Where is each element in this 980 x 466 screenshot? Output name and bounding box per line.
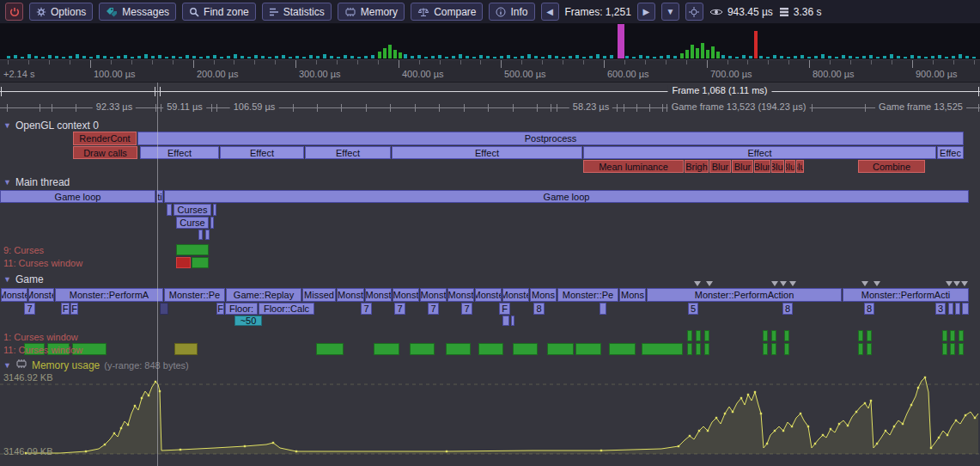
frame-time-bar[interactable] <box>931 56 934 58</box>
frame-time-bar[interactable] <box>773 55 776 58</box>
zone-blur[interactable]: Blur <box>771 160 784 173</box>
frame-time-bar[interactable] <box>411 56 414 58</box>
collapsed-zone-marker-icon[interactable] <box>694 281 701 286</box>
frame-time-bar[interactable] <box>158 55 161 58</box>
zone-5[interactable]: 5 <box>688 303 698 315</box>
collapsed-zone-marker-icon[interactable] <box>861 281 868 286</box>
zone[interactable] <box>942 343 947 355</box>
zone-game-loop[interactable]: Game loop <box>164 190 969 203</box>
frame-time-bar[interactable] <box>424 57 428 58</box>
zone-monster-pe[interactable]: Monster::Pe <box>557 288 618 302</box>
zone-monst[interactable]: Monst <box>420 288 447 302</box>
zone-monste[interactable]: Monste <box>475 288 502 302</box>
subframe-label[interactable]: 92.33 µs <box>93 101 136 112</box>
zone[interactable] <box>513 343 538 355</box>
frame-time-bar[interactable] <box>735 57 739 58</box>
frame-time-bar[interactable] <box>685 50 689 58</box>
zone-curses[interactable]: Curses <box>173 204 211 216</box>
zone-7[interactable]: 7 <box>394 303 405 315</box>
frame-time-bar[interactable] <box>716 52 720 58</box>
frame-time-bar[interactable] <box>807 57 811 58</box>
frame-time-bar[interactable] <box>234 54 237 58</box>
zone[interactable] <box>167 204 172 216</box>
frame-time-bar[interactable] <box>754 31 758 58</box>
frame-time-bar[interactable] <box>445 57 448 58</box>
frame-time-bar[interactable] <box>96 55 100 58</box>
frame-time-bar[interactable] <box>924 57 928 58</box>
zone[interactable] <box>763 330 768 341</box>
frame-time-bar[interactable] <box>144 54 148 58</box>
frame-time-bar[interactable] <box>562 57 565 58</box>
section-header-main-thread[interactable]: ▼ Main thread <box>3 176 70 188</box>
zone[interactable] <box>205 230 210 240</box>
frame-time-bar[interactable] <box>653 57 656 58</box>
frame-time-bar[interactable] <box>667 55 670 58</box>
options-button[interactable]: Options <box>29 3 93 21</box>
zone[interactable] <box>942 330 947 341</box>
statistics-button[interactable]: Statistics <box>262 3 332 21</box>
frame-time-bar[interactable] <box>254 55 258 58</box>
zone-mean-luminance[interactable]: Mean luminance <box>583 160 684 173</box>
frame-time-bar[interactable] <box>742 55 746 58</box>
frame-time-bar[interactable] <box>438 55 441 58</box>
frame-time-bar[interactable] <box>828 56 831 58</box>
zone-rendercont[interactable]: RenderCont <box>73 132 137 145</box>
zone-monster-performa[interactable]: Monster::PerformA <box>55 288 163 302</box>
zone-mons[interactable]: Mons <box>530 288 557 302</box>
zone-blur[interactable]: Blur <box>754 160 770 173</box>
frame-time-bar[interactable] <box>855 57 859 58</box>
frame-time-bar[interactable] <box>514 57 517 58</box>
frame-time-bar[interactable] <box>548 55 551 58</box>
collapsed-zone-marker-icon[interactable] <box>953 281 960 286</box>
zone[interactable] <box>867 343 872 355</box>
frame-time-bar[interactable] <box>876 57 880 58</box>
zone[interactable] <box>198 230 203 240</box>
subframe-label[interactable]: 106.59 µs <box>230 101 279 112</box>
frame-time-bar[interactable] <box>452 56 455 58</box>
collapsed-zone-marker-icon[interactable] <box>789 281 796 286</box>
zone-7[interactable]: 7 <box>428 303 439 315</box>
frame-time-bar[interactable] <box>137 56 141 58</box>
zone-8[interactable]: 8 <box>864 303 874 315</box>
frame-time-bar[interactable] <box>660 56 663 58</box>
collapsed-zone-marker-icon[interactable] <box>946 281 953 286</box>
frame-time-bar[interactable] <box>862 56 866 58</box>
zone[interactable] <box>784 330 789 341</box>
frame-time-bar[interactable] <box>800 55 804 58</box>
frame-time-bar[interactable] <box>555 56 558 58</box>
frame-time-bar[interactable] <box>364 56 368 58</box>
info-button[interactable]: Info <box>489 3 534 21</box>
frame-time-bar[interactable] <box>399 52 402 58</box>
frame-time-bar[interactable] <box>151 56 155 58</box>
frame-time-bar[interactable] <box>582 57 586 58</box>
time-axis[interactable]: +2.14 s 100.00 µs200.00 µs300.00 µs400.0… <box>0 60 980 83</box>
frame-time-bar[interactable] <box>479 55 483 58</box>
frame-time-bar[interactable] <box>344 55 347 58</box>
zone-postprocess[interactable]: Postprocess <box>137 132 964 145</box>
frame-time-bar[interactable] <box>110 57 113 58</box>
zone-f[interactable]: F <box>61 303 70 315</box>
zone-floor-calc[interactable]: Floor::Calc <box>259 303 314 315</box>
frame-time-bar[interactable] <box>388 45 392 58</box>
subframe-label[interactable]: 58.23 µs <box>569 101 612 112</box>
zone-monste[interactable]: Monste <box>28 288 54 302</box>
section-header-memory[interactable]: ▼ Memory usage (y-range: 848 bytes) <box>3 359 189 371</box>
zone-mons[interactable]: Mons <box>619 288 646 302</box>
frame-time-bar[interactable] <box>673 56 677 58</box>
frame-time-bar[interactable] <box>646 56 649 58</box>
frame-time-bar[interactable] <box>910 55 914 58</box>
frame-time-bar[interactable] <box>849 56 852 58</box>
frame-time-bar[interactable] <box>323 54 326 58</box>
frame-time-bar[interactable] <box>500 56 503 58</box>
collapsed-zone-marker-icon[interactable] <box>873 281 880 286</box>
zone[interactable] <box>575 343 601 355</box>
zone[interactable] <box>511 316 514 326</box>
frame-time-bar[interactable] <box>959 54 962 58</box>
zone-curse[interactable]: Curse <box>176 217 209 229</box>
zone-8[interactable]: 8 <box>782 303 793 315</box>
frame-time-bar[interactable] <box>117 56 120 58</box>
zone-effect[interactable]: Effect <box>220 146 304 159</box>
frame-time-bar[interactable] <box>575 55 579 58</box>
frame-time-bar[interactable] <box>821 54 825 58</box>
frame-time-bar[interactable] <box>199 57 203 58</box>
